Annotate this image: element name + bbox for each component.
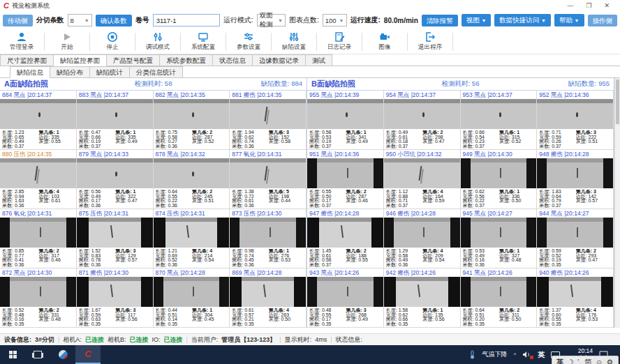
defect-thumbnail[interactable] (461, 158, 537, 188)
debug-mode-button[interactable]: 调试模式 (138, 30, 178, 54)
defect-thumbnail[interactable] (0, 218, 76, 248)
defect-cell[interactable]: 871 擦伤 |20:14:30长度: 1.67宽度: 0.59面积: 0.63… (77, 268, 154, 328)
defect-thumbnail[interactable] (307, 218, 383, 248)
operator-side-button[interactable]: 操作侧 (588, 15, 618, 26)
defect-cell[interactable]: 954 黑点 |20:14:37长度: 0.49宽度: 0.61面积: 0.18… (384, 91, 461, 150)
stop-button[interactable]: 停止 (92, 30, 133, 54)
start-button[interactable]: 开始 (47, 30, 87, 54)
defect-thumbnail[interactable] (154, 218, 230, 248)
ime-simplified-toggle[interactable]: 简 (584, 356, 592, 364)
defect-thumbnail[interactable] (384, 99, 460, 129)
sub-tab-3[interactable]: 分类信息统计 (129, 66, 183, 77)
defect-cell[interactable]: 940 擦伤 |20:14:26长度: 1.37宽度: 0.60面积: 0.55… (537, 268, 614, 328)
defect-cell[interactable]: 881 擦伤 |20:14:35长度: 1.94宽度: 0.62面积: 0.74… (230, 91, 307, 150)
main-tab-3[interactable]: 系统参数配置 (159, 54, 213, 66)
chart-points-select[interactable]: 100▼ (323, 14, 347, 26)
defect-cell[interactable]: 950 小凹坑 |20:14:32长度: 1.12宽度: 0.88面积: 0.7… (384, 150, 461, 209)
system-config-button[interactable]: 系统配置 (183, 30, 223, 54)
log-record-button[interactable]: 日志记录 (319, 30, 360, 54)
defect-settings-button[interactable]: 缺陷设置 (274, 30, 314, 54)
image-button[interactable]: 图像 (364, 30, 405, 54)
defect-thumbnail[interactable] (461, 277, 537, 307)
defect-cell[interactable]: 945 黑点 |20:14:27长度: 0.53宽度: 0.49面积: 0.16… (461, 209, 538, 268)
start-button[interactable] (0, 345, 25, 364)
exit-program-button[interactable]: 退出程序 (410, 30, 450, 54)
sub-tab-1[interactable]: 缺陷分布 (50, 66, 90, 77)
defect-cell[interactable]: 878 黑点 |20:14:32长度: 0.64宽度: 0.55面积: 0.22… (154, 150, 230, 209)
admin-login-button[interactable]: 管理登录 (1, 30, 42, 54)
defect-cell[interactable]: 876 氧化 |20:14:31长度: 0.85宽度: 0.77面积: 0.41… (0, 209, 77, 268)
parameter-settings-button[interactable]: 参数设置 (228, 30, 269, 54)
defect-cell[interactable]: 948 擦伤 |20:14:28长度: 1.83宽度: 0.64面积: 0.79… (537, 150, 614, 209)
defect-cell[interactable]: 946 擦伤 |20:14:28长度: 1.29宽度: 0.58面积: 0.49… (384, 209, 461, 268)
defect-cell[interactable]: 879 黑点 |20:14:33长度: 0.56宽度: 0.49面积: 0.17… (77, 150, 154, 209)
run-mode-select[interactable]: 双面检测▼ (257, 14, 286, 26)
defect-cell[interactable]: 949 黑点 |20:14:30长度: 0.62宽度: 0.56面积: 0.22… (461, 150, 538, 209)
defect-cell[interactable]: 942 擦伤 |20:14:26长度: 1.58宽度: 0.62面积: 0.66… (384, 268, 461, 328)
defect-cell[interactable]: 943 黑点 |20:14:26长度: 0.48宽度: 0.55面积: 0.17… (307, 268, 384, 328)
gear-icon[interactable]: ⚙ (606, 356, 612, 364)
defect-cell[interactable]: 873 压伤 |20:14:30长度: 0.98宽度: 0.74面积: 0.45… (230, 209, 307, 268)
defect-cell[interactable]: 952 黑点 |20:14:36长度: 0.71宽度: 0.59面积: 0.26… (537, 91, 614, 150)
roll-number-input[interactable] (153, 14, 220, 26)
defect-thumbnail[interactable] (307, 99, 383, 129)
minimize-button[interactable]: — (567, 2, 573, 9)
defect-cell[interactable]: 875 压伤 |20:14:31长度: 1.52宽度: 0.83面积: 0.78… (77, 209, 154, 268)
slit-count-select[interactable]: 8▼ (68, 14, 92, 26)
defect-thumbnail[interactable] (537, 99, 613, 129)
defect-thumbnail[interactable] (0, 99, 76, 129)
defect-cell[interactable]: 947 擦伤 |20:14:28长度: 1.45宽度: 0.61面积: 0.58… (307, 209, 384, 268)
maximize-button[interactable]: ❐ (586, 2, 591, 9)
defect-thumbnail[interactable] (77, 277, 153, 307)
defect-cell[interactable]: 874 压伤 |20:14:31长度: 1.21宽度: 0.69面积: 0.52… (154, 209, 230, 268)
defect-thumbnail[interactable] (0, 277, 76, 307)
ime-toolbar[interactable]: 英 ☽ ’, 简 ☺ ⚙ (552, 356, 619, 364)
clear-alarm-button[interactable]: 清除报警 (422, 15, 458, 26)
defect-thumbnail[interactable] (230, 277, 306, 307)
defect-thumbnail[interactable] (77, 218, 153, 248)
defect-thumbnail[interactable] (537, 277, 613, 307)
confirm-count-button[interactable]: 确认条数 (96, 15, 132, 26)
emoji-icon[interactable]: ☺ (596, 356, 603, 364)
defect-cell[interactable]: 883 黑点 |20:14:37长度: 0.47宽度: 0.66面积: 0.19… (77, 91, 154, 150)
task-view-button[interactable] (25, 345, 50, 364)
defect-cell[interactable]: 884 黑点 |20:14:37长度: 1.23宽度: 0.65面积: 0.49… (0, 91, 77, 150)
defect-cell[interactable]: 877 氧化 |20:14:31长度: 1.38宽度: 0.72面积: 0.61… (230, 150, 307, 209)
view-menu-button[interactable]: 视图 ▼ (462, 14, 492, 26)
ime-lang-toggle[interactable]: 英 (556, 356, 564, 364)
main-tab-2[interactable]: 产品型号配置 (106, 54, 160, 66)
defect-cell[interactable]: 880 压伤 |20:14:35长度: 2.85宽度: 0.94面积: 1.63… (0, 150, 77, 209)
main-tab-5[interactable]: 边缘数据记录 (252, 54, 306, 66)
defect-thumbnail[interactable] (230, 218, 306, 248)
language-indicator[interactable]: 英 (538, 350, 545, 360)
defect-thumbnail[interactable] (77, 99, 153, 129)
weather-text[interactable]: 气温下降 (482, 350, 507, 359)
close-button[interactable]: ✕ (604, 2, 610, 9)
defect-thumbnail[interactable] (77, 158, 153, 188)
taskbar-app-button[interactable] (50, 345, 75, 364)
defect-cell[interactable]: 944 黑点 |20:14:27长度: 0.59宽度: 0.52面积: 0.19… (537, 209, 614, 268)
drive-side-button[interactable]: 传动侧 (3, 15, 33, 26)
defect-thumbnail[interactable] (230, 99, 306, 129)
defect-thumbnail[interactable] (154, 99, 230, 129)
sub-tab-2[interactable]: 缺陷统计 (89, 66, 130, 77)
defect-thumbnail[interactable] (230, 158, 306, 188)
volume-icon[interactable] (522, 351, 531, 358)
defect-thumbnail[interactable] (154, 158, 230, 188)
defect-thumbnail[interactable] (154, 277, 230, 307)
defect-thumbnail[interactable] (461, 99, 537, 129)
moon-icon[interactable]: ☽ (568, 356, 574, 364)
defect-cell[interactable]: 955 黑点 |20:14:39长度: 0.58宽度: 0.53面积: 0.19… (307, 91, 384, 150)
defect-thumbnail[interactable] (537, 218, 613, 248)
scrollbar-thumb[interactable] (616, 79, 619, 124)
main-tab-0[interactable]: 尺寸监控界面 (0, 54, 54, 66)
defect-cell[interactable]: 941 黑点 |20:14:26长度: 0.64宽度: 0.51面积: 0.20… (461, 268, 538, 328)
tray-expand-chevron[interactable]: ^ (513, 351, 516, 358)
defect-cell[interactable]: 872 黑点 |20:14:30长度: 0.52宽度: 0.48面积: 0.16… (0, 268, 77, 328)
defect-thumbnail[interactable] (384, 158, 460, 188)
defect-cell[interactable]: 953 黑点 |20:14:37长度: 0.66宽度: 0.54面积: 0.23… (461, 91, 538, 150)
main-tab-6[interactable]: 测试 (305, 54, 332, 66)
vertical-scrollbar[interactable] (614, 78, 620, 328)
main-tab-4[interactable]: 状态信息 (212, 54, 253, 66)
main-tab-1[interactable]: 缺陷监控界面 (53, 54, 107, 66)
